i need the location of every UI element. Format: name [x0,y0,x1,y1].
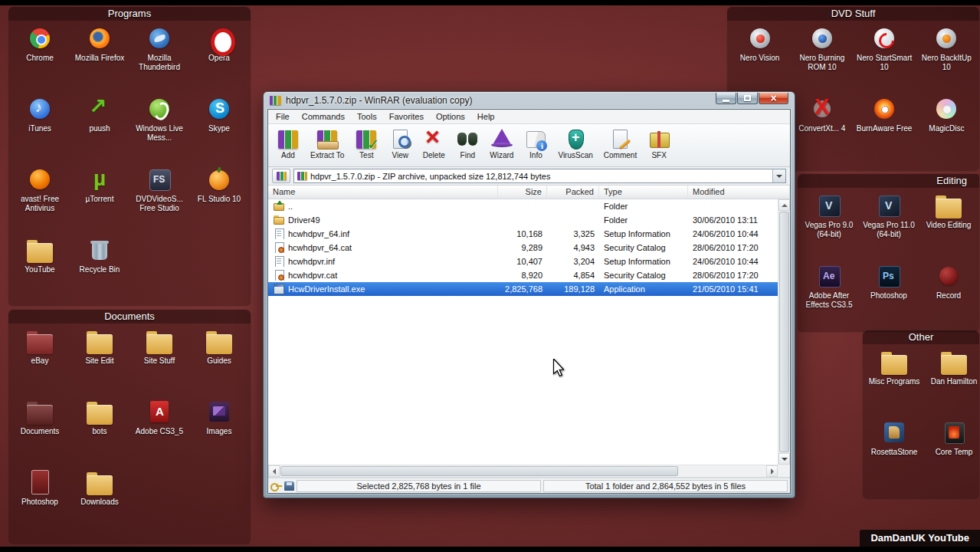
fence-documents-title[interactable]: Documents [8,310,251,324]
desktop-icon-core-temp[interactable]: Core Temp [924,419,980,490]
desktop-icon-recycle-bin[interactable]: Recycle Bin [70,237,129,307]
desktop-icon-opera[interactable]: Opera [189,25,249,96]
file-name-cell: hcwhdpvr.inf [268,256,498,267]
column-header-size[interactable]: Size [498,186,547,199]
toolbar-comment-button[interactable]: Comment [598,127,642,161]
column-header-name[interactable]: Name [268,186,498,199]
desktop-icon-video-editing[interactable]: Video Editing [919,192,978,263]
desktop-icon-ebay[interactable]: eBay [10,328,70,399]
scroll-down-button[interactable] [778,453,790,465]
ps-icon [876,263,902,289]
toolbar-sfx-button[interactable]: SFX [642,127,676,161]
desktop-icon-nero-backitup-10[interactable]: Nero BackItUp 10 [916,25,976,96]
desktop-icon-vegas-pro-11-0-64-bit[interactable]: Vegas Pro 11.0 (64-bit) [859,192,919,263]
desktop-icon-dvdvideos-free-studio[interactable]: DVDVideoS... Free Studio [129,166,189,237]
file-row-driver49[interactable]: Driver49Folder30/06/2010 13:11 [268,213,778,227]
folder-icon [881,349,907,375]
desktop-icon-photoshop[interactable]: Photoshop [859,263,919,334]
column-header-packed[interactable]: Packed [547,186,599,199]
toolbar-extract-to-button[interactable]: Extract To [305,127,349,161]
desktop-icon-magicdisc[interactable]: MagicDisc [916,96,976,166]
menu-item-favorites[interactable]: Favorites [383,110,430,123]
fence-other-title[interactable]: Other [863,330,979,344]
column-header-modified[interactable]: Modified [688,186,790,199]
desktop-icon-images[interactable]: Images [189,399,249,469]
minimize-button[interactable] [716,93,736,104]
desktop-icon-label: µTorrent [86,195,114,204]
address-combo[interactable]: hdpvr_1.5.7.0.zip - ZIP archive, unpacke… [293,169,786,183]
menu-item-file[interactable]: File [270,110,296,123]
title-bar[interactable]: hdpvr_1.5.7.0.zip - WinRAR (evaluation c… [264,92,795,109]
desktop-icon-itunes[interactable]: iTunes [10,96,70,166]
file-row-hcwhdpvr-64-cat[interactable]: hcwhdpvr_64.cat9,2894,943Security Catalo… [268,241,778,255]
menu-item-commands[interactable]: Commands [296,110,351,123]
desktop-icon-rosettastone[interactable]: RosettaStone [864,419,924,490]
desktop-icon-burnaware-free[interactable]: BurnAware Free [854,96,914,166]
desktop-icon-downloads[interactable]: Downloads [70,469,129,540]
desktop-icon-skype[interactable]: Skype [189,96,249,166]
fence-dvd-stuff-title[interactable]: DVD Stuff [727,7,979,21]
desktop-icon-adobe-cs3-5[interactable]: Adobe CS3_5 [129,399,189,469]
desktop-icon-site-stuff[interactable]: Site Stuff [129,328,189,399]
desktop-icon-bots[interactable]: bots [70,399,129,469]
desktop-icon-torrent[interactable]: µTorrent [70,166,129,237]
fence-programs-title[interactable]: Programs [8,7,251,21]
file-row-hcwdriverinstall-exe[interactable]: HcwDriverInstall.exe2,825,768189,128Appl… [268,282,778,296]
vertical-scrollbar[interactable] [778,199,790,465]
vertical-scroll-thumb[interactable] [779,212,789,452]
close-button[interactable] [759,93,788,104]
menu-item-options[interactable]: Options [430,110,471,123]
menu-item-help[interactable]: Help [471,110,501,123]
desktop-icon-guides[interactable]: Guides [189,328,249,399]
desktop-icon-vegas-pro-9-0-64-bit[interactable]: Vegas Pro 9.0 (64-bit) [799,192,859,263]
toolbar-button-label: Extract To [310,151,344,159]
desktop-icon-site-edit[interactable]: Site Edit [70,328,129,399]
toolbar-find-button[interactable]: Find [451,127,484,161]
desktop-icon-youtube[interactable]: YouTube [10,237,70,307]
scroll-right-button[interactable] [766,465,778,477]
maximize-button[interactable] [737,93,758,104]
desktop-icon-photoshop[interactable]: Photoshop [10,469,70,540]
fence-editing-title[interactable]: Editing [798,174,979,188]
file-packed-cell: 189,128 [547,284,599,294]
toolbar-delete-button[interactable]: Delete [417,127,451,161]
file-name: hcwhdpvr_64.inf [288,229,349,238]
desktop-icon-documents[interactable]: Documents [10,399,70,469]
file-row-hcwhdpvr-cat[interactable]: hcwhdpvr.cat8,9204,854Security Catalog28… [268,268,778,282]
toolbar-add-button[interactable]: Add [271,127,305,161]
scroll-up-button[interactable] [778,199,790,211]
arrow-down-icon [782,458,788,461]
column-header-type[interactable]: Type [599,186,688,199]
desktop-icon-avast-free-antivirus[interactable]: avast! Free Antivirus [10,166,70,237]
toolbar-info-button[interactable]: Info [519,127,552,161]
desktop-icon-dan-hamilton[interactable]: Dan Hamilton [924,349,980,419]
toolbar-wizard-button[interactable]: Wizard [484,127,519,161]
menu-item-tools[interactable]: Tools [351,110,383,123]
desktop-icon-nero-burning-rom-10[interactable]: Nero Burning ROM 10 [792,25,852,96]
file-row-hcwhdpvr-inf[interactable]: hcwhdpvr.inf10,4073,204Setup Information… [268,255,778,268]
desktop-icon-mozilla-thunderbird[interactable]: Mozilla Thunderbird [129,25,189,96]
desktop-icon-adobe-after-effects-cs3-5[interactable]: Adobe After Effects CS3.5 [799,263,859,334]
desktop-icon-misc-programs[interactable]: Misc Programs [864,349,924,419]
address-dropdown-button[interactable] [772,169,785,182]
desktop-icon-label: Downloads [80,498,118,507]
desktop-icon-mozilla-firefox[interactable]: Mozilla Firefox [70,25,129,96]
desktop-icon-fl-studio-10[interactable]: FL Studio 10 [189,166,249,237]
desktop-icon-windows-live-mess[interactable]: Windows Live Mess... [129,96,189,166]
toolbar-view-button[interactable]: View [383,127,417,161]
desktop-icon-puush[interactable]: puush [70,96,129,166]
file-row-parent-dir[interactable]: ..Folder [268,199,778,213]
desktop-icon-nero-startsmart-10[interactable]: Nero StartSmart 10 [854,25,914,96]
scroll-left-button[interactable] [268,465,280,477]
horizontal-scrollbar[interactable] [268,465,778,477]
status-selected: Selected 2,825,768 bytes in 1 file [297,480,541,492]
file-row-hcwhdpvr-64-inf[interactable]: hcwhdpvr_64.inf10,1683,325Setup Informat… [268,227,778,241]
desktop-icon-convertxt-4[interactable]: ConvertXt... 4 [792,96,852,166]
horizontal-scroll-thumb[interactable] [280,466,678,476]
desktop-icon-nero-vision[interactable]: Nero Vision [730,25,790,96]
toolbar-test-button[interactable]: Test [349,127,383,161]
archive-icon-button[interactable] [272,169,290,183]
toolbar-virusscan-button[interactable]: VirusScan [552,127,598,161]
desktop-icon-chrome[interactable]: Chrome [10,25,70,96]
desktop-icon-record[interactable]: Record [919,263,978,334]
